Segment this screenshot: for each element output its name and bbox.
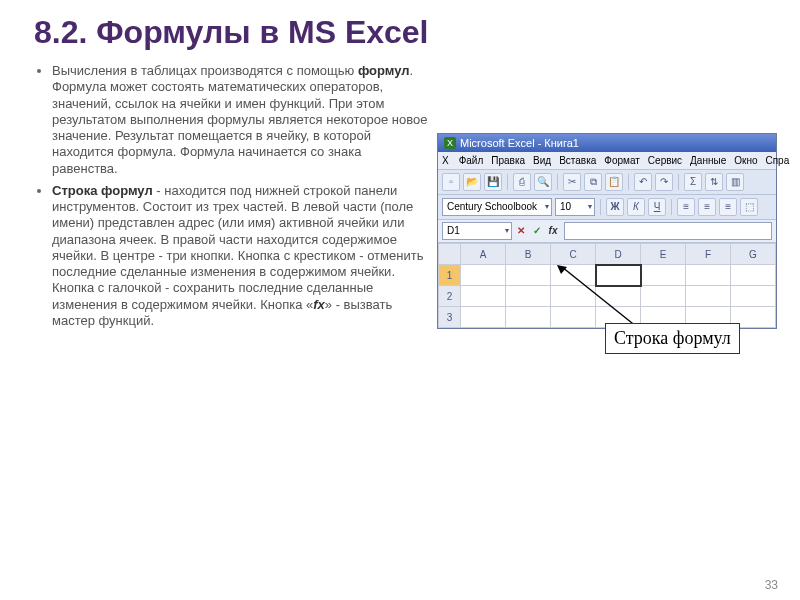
menu-file[interactable]: Файл: [459, 155, 484, 166]
open-icon[interactable]: 📂: [463, 173, 481, 191]
align-center-icon[interactable]: ≡: [698, 198, 716, 216]
cell[interactable]: [461, 265, 506, 286]
col-d[interactable]: D: [596, 244, 641, 265]
formula-input[interactable]: [564, 222, 772, 240]
cell[interactable]: [641, 286, 686, 307]
italic-button[interactable]: К: [627, 198, 645, 216]
cell[interactable]: [686, 286, 731, 307]
save-icon[interactable]: 💾: [484, 173, 502, 191]
row-1[interactable]: 1: [439, 265, 461, 286]
paste-icon[interactable]: 📋: [605, 173, 623, 191]
menu-format[interactable]: Формат: [604, 155, 640, 166]
cell[interactable]: [731, 265, 776, 286]
cell[interactable]: [506, 286, 551, 307]
corner-cell[interactable]: [439, 244, 461, 265]
b1-lead: Вычисления в таблицах производятся с пом…: [52, 63, 358, 78]
page-title: 8.2. Формулы в MS Excel: [34, 14, 800, 51]
bullet-1: Вычисления в таблицах производятся с пом…: [52, 63, 429, 177]
row-3[interactable]: 3: [439, 307, 461, 328]
cell[interactable]: [731, 286, 776, 307]
b2-bold2: fx: [313, 297, 325, 312]
excel-toolbar-format: Century Schoolbook 10 Ж К Ч ≡ ≡ ≡ ⬚: [438, 195, 776, 220]
sort-icon[interactable]: ⇅: [705, 173, 723, 191]
new-icon[interactable]: ▫: [442, 173, 460, 191]
preview-icon[interactable]: 🔍: [534, 173, 552, 191]
callout-label: Строка формул: [605, 323, 740, 354]
redo-icon[interactable]: ↷: [655, 173, 673, 191]
cell[interactable]: [551, 286, 596, 307]
bullet-2: Строка формул - находится под нижней стр…: [52, 183, 429, 329]
excel-window: X Microsoft Excel - Книга1 X Файл Правка…: [437, 133, 777, 329]
cell[interactable]: [551, 265, 596, 286]
fx-button[interactable]: fx: [546, 224, 560, 238]
b1-rest: . Формула может состоять математических …: [52, 63, 427, 176]
col-c[interactable]: C: [551, 244, 596, 265]
cell-d1[interactable]: [596, 265, 641, 286]
cell[interactable]: [551, 307, 596, 328]
page-number: 33: [765, 578, 778, 592]
b2-bold1: Строка формул: [52, 183, 153, 198]
enter-icon[interactable]: ✓: [530, 224, 544, 238]
align-right-icon[interactable]: ≡: [719, 198, 737, 216]
menu-insert[interactable]: Вставка: [559, 155, 596, 166]
merge-icon[interactable]: ⬚: [740, 198, 758, 216]
cell[interactable]: [641, 265, 686, 286]
content-row: Вычисления в таблицах производятся с пом…: [0, 63, 800, 335]
font-select[interactable]: Century Schoolbook: [442, 198, 552, 216]
menu-data[interactable]: Данные: [690, 155, 726, 166]
cancel-icon[interactable]: ✕: [514, 224, 528, 238]
bold-button[interactable]: Ж: [606, 198, 624, 216]
b1-bold: формул: [358, 63, 410, 78]
col-a[interactable]: A: [461, 244, 506, 265]
cut-icon[interactable]: ✂: [563, 173, 581, 191]
row-2[interactable]: 2: [439, 286, 461, 307]
menu-tools[interactable]: Сервис: [648, 155, 682, 166]
formula-bar: D1 ✕ ✓ fx: [438, 220, 776, 243]
sum-icon[interactable]: Σ: [684, 173, 702, 191]
col-g[interactable]: G: [731, 244, 776, 265]
print-icon[interactable]: ⎙: [513, 173, 531, 191]
b2-lead: - находится под нижней строкой панели ин…: [52, 183, 423, 312]
excel-screenshot: X Microsoft Excel - Книга1 X Файл Правка…: [437, 133, 787, 335]
copy-icon[interactable]: ⧉: [584, 173, 602, 191]
name-box[interactable]: D1: [442, 222, 512, 240]
chart-icon[interactable]: ▥: [726, 173, 744, 191]
col-b[interactable]: B: [506, 244, 551, 265]
cell[interactable]: [596, 286, 641, 307]
align-left-icon[interactable]: ≡: [677, 198, 695, 216]
excel-app-title: Microsoft Excel - Книга1: [460, 137, 579, 149]
cell[interactable]: [506, 265, 551, 286]
excel-toolbar-standard: ▫ 📂 💾 ⎙ 🔍 ✂ ⧉ 📋 ↶ ↷ Σ ⇅ ▥: [438, 170, 776, 195]
doc-icon: X: [442, 155, 449, 166]
menu-view[interactable]: Вид: [533, 155, 551, 166]
text-column: Вычисления в таблицах производятся с пом…: [34, 63, 429, 335]
col-f[interactable]: F: [686, 244, 731, 265]
undo-icon[interactable]: ↶: [634, 173, 652, 191]
cell[interactable]: [461, 286, 506, 307]
menu-edit[interactable]: Правка: [491, 155, 525, 166]
col-e[interactable]: E: [641, 244, 686, 265]
menu-window[interactable]: Окно: [734, 155, 757, 166]
menu-help[interactable]: Спра: [765, 155, 789, 166]
cell[interactable]: [461, 307, 506, 328]
excel-menubar: X Файл Правка Вид Вставка Формат Сервис …: [438, 152, 776, 170]
cell[interactable]: [506, 307, 551, 328]
cell[interactable]: [686, 265, 731, 286]
spreadsheet-grid[interactable]: A B C D E F G 1 2: [438, 243, 776, 328]
fontsize-select[interactable]: 10: [555, 198, 595, 216]
excel-titlebar: X Microsoft Excel - Книга1: [438, 134, 776, 152]
underline-button[interactable]: Ч: [648, 198, 666, 216]
excel-icon: X: [444, 137, 456, 149]
